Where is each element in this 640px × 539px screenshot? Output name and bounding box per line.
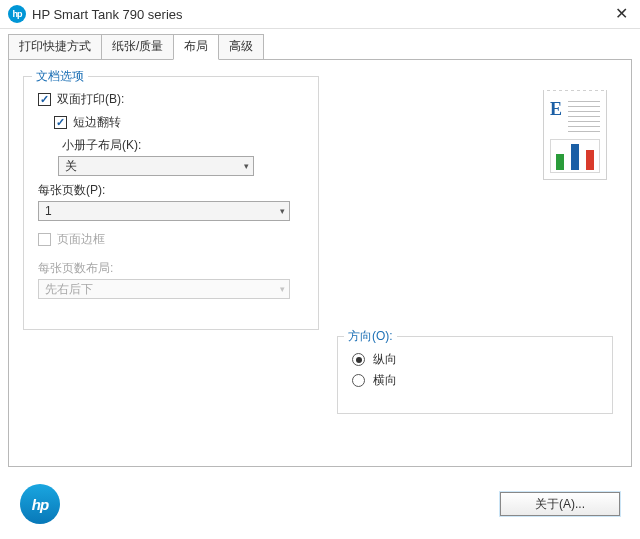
pages-per-sheet-value: 1 bbox=[45, 204, 52, 218]
chevron-down-icon: ▾ bbox=[244, 161, 249, 171]
tab-advanced[interactable]: 高级 bbox=[218, 34, 264, 60]
chevron-down-icon: ▾ bbox=[280, 284, 285, 294]
orientation-group: 方向(O): 纵向 横向 bbox=[337, 336, 613, 414]
radio-icon bbox=[352, 353, 365, 366]
flip-short-edge-label: 短边翻转 bbox=[73, 114, 121, 131]
checkbox-icon bbox=[38, 93, 51, 106]
hp-logo-icon: hp bbox=[8, 5, 26, 23]
print-preferences-window: hp HP Smart Tank 790 series ✕ 打印快捷方式 纸张/… bbox=[0, 0, 640, 539]
tab-strip: 打印快捷方式 纸张/质量 布局 高级 bbox=[0, 29, 640, 59]
booklet-layout-select[interactable]: 关 ▾ bbox=[58, 156, 254, 176]
tab-print-shortcuts[interactable]: 打印快捷方式 bbox=[8, 34, 102, 60]
footer-bar: hp 关于(A)... bbox=[0, 473, 640, 539]
tab-layout[interactable]: 布局 bbox=[173, 34, 219, 60]
document-options-group: 文档选项 双面打印(B): 短边翻转 小册子布局(K): 关 ▾ 每张页 bbox=[23, 76, 319, 330]
document-options-legend: 文档选项 bbox=[32, 68, 88, 85]
page-border-label: 页面边框 bbox=[57, 231, 105, 248]
orientation-landscape-radio[interactable]: 横向 bbox=[352, 372, 600, 389]
print-both-sides-checkbox[interactable]: 双面打印(B): bbox=[38, 91, 308, 108]
pages-per-sheet-select[interactable]: 1 ▾ bbox=[38, 201, 290, 221]
print-both-sides-label: 双面打印(B): bbox=[57, 91, 124, 108]
title-bar: hp HP Smart Tank 790 series ✕ bbox=[0, 0, 640, 29]
tab-panel-layout: 文档选项 双面打印(B): 短边翻转 小册子布局(K): 关 ▾ 每张页 bbox=[8, 59, 632, 467]
orientation-portrait-label: 纵向 bbox=[373, 351, 397, 368]
chevron-down-icon: ▾ bbox=[280, 206, 285, 216]
window-title: HP Smart Tank 790 series bbox=[32, 7, 183, 22]
hp-footer-logo-icon: hp bbox=[20, 484, 60, 524]
close-button[interactable]: ✕ bbox=[611, 6, 632, 22]
left-column: 文档选项 双面打印(B): 短边翻转 小册子布局(K): 关 ▾ 每张页 bbox=[9, 60, 329, 466]
about-button-label: 关于(A)... bbox=[535, 496, 585, 513]
pages-layout-value: 先右后下 bbox=[45, 281, 93, 298]
page-border-checkbox: 页面边框 bbox=[38, 231, 308, 248]
right-column: E 方向(O): 纵向 横向 bbox=[329, 60, 631, 466]
booklet-layout-value: 关 bbox=[65, 158, 77, 175]
checkbox-icon bbox=[54, 116, 67, 129]
orientation-legend: 方向(O): bbox=[344, 328, 397, 345]
pages-per-sheet-label: 每张页数(P): bbox=[38, 182, 308, 199]
booklet-layout-label: 小册子布局(K): bbox=[62, 137, 308, 154]
orientation-landscape-label: 横向 bbox=[373, 372, 397, 389]
flip-short-edge-checkbox[interactable]: 短边翻转 bbox=[54, 114, 308, 131]
about-button[interactable]: 关于(A)... bbox=[500, 492, 620, 516]
orientation-portrait-radio[interactable]: 纵向 bbox=[352, 351, 600, 368]
checkbox-icon bbox=[38, 233, 51, 246]
pages-layout-select: 先右后下 ▾ bbox=[38, 279, 290, 299]
tab-paper-quality[interactable]: 纸张/质量 bbox=[101, 34, 174, 60]
radio-icon bbox=[352, 374, 365, 387]
page-preview-icon: E bbox=[543, 90, 607, 180]
pages-layout-label: 每张页数布局: bbox=[38, 260, 308, 277]
